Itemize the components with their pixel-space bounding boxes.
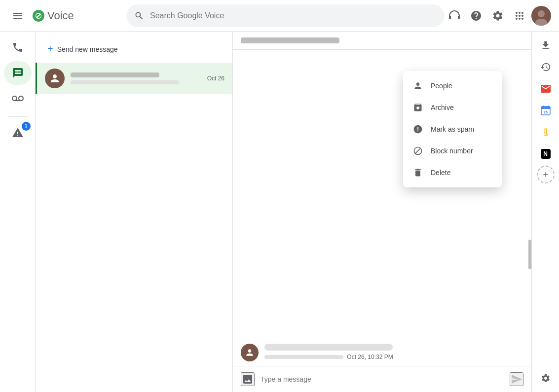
header: Voice	[0, 0, 559, 32]
conversation-item[interactable]: Oct 26	[36, 63, 232, 94]
menu-label-archive: Archive	[431, 104, 454, 111]
menu-label-block: Block number	[431, 147, 473, 155]
sidebar-item-calls[interactable]	[4, 36, 32, 59]
avatar	[531, 6, 551, 26]
hamburger-button[interactable]	[8, 6, 28, 26]
apps-button[interactable]	[510, 6, 529, 26]
search-bar	[126, 4, 445, 27]
sidebar-item-spam[interactable]: 1	[4, 121, 32, 144]
voice-logo: Voice	[32, 9, 74, 23]
delete-icon	[413, 168, 423, 178]
person-icon	[413, 81, 423, 91]
chat-panel: Oct 26, 10:32 PM	[233, 32, 531, 392]
conversation-avatar	[45, 69, 65, 88]
image-button[interactable]	[241, 372, 255, 386]
spam-badge: 1	[22, 122, 31, 131]
conversation-preview	[71, 80, 179, 84]
menu-item-spam[interactable]: Mark as spam	[403, 118, 502, 140]
archive-icon	[413, 103, 423, 112]
scrollbar-track	[527, 50, 531, 366]
search-input[interactable]	[150, 11, 437, 20]
main-content: 1 + Send new message Oct 26	[0, 32, 559, 392]
report-icon	[413, 124, 423, 134]
message-content: Oct 26, 10:32 PM	[264, 344, 523, 360]
message-bubble	[264, 344, 393, 351]
header-left: Voice	[8, 6, 126, 26]
user-avatar-button[interactable]	[531, 6, 551, 26]
svg-point-1	[538, 10, 545, 17]
conversation-time: Oct 26	[207, 75, 224, 82]
menu-label-delete: Delete	[431, 169, 450, 177]
header-right	[445, 6, 551, 26]
menu-label-spam: Mark as spam	[431, 125, 474, 133]
menu-label-people: People	[431, 82, 452, 90]
chat-header	[233, 32, 531, 50]
conversation-name	[71, 72, 159, 77]
help-button[interactable]	[466, 6, 486, 26]
message-avatar	[241, 344, 259, 361]
menu-item-people[interactable]: People	[403, 75, 502, 97]
messages-list-panel: + Send new message Oct 26	[36, 32, 233, 392]
conversation-info	[71, 72, 203, 84]
message-timestamp: Oct 26, 10:32 PM	[347, 354, 393, 360]
calendar-button[interactable]: 26	[536, 101, 556, 120]
message-meta-text	[264, 355, 343, 359]
right-panel-bottom	[536, 368, 556, 392]
app-title: Voice	[47, 9, 74, 22]
notion-icon: N	[541, 149, 551, 159]
chat-input-area	[233, 366, 531, 392]
settings-button[interactable]	[488, 6, 508, 26]
message-group: Oct 26, 10:32 PM	[241, 344, 523, 361]
download-button[interactable]	[536, 36, 556, 55]
right-panel: 26 N	[531, 32, 559, 392]
svg-rect-5	[541, 108, 550, 109]
menu-item-block[interactable]: Block number	[403, 140, 502, 162]
panel-settings-button[interactable]	[536, 368, 556, 388]
sidebar-item-messages[interactable]	[4, 61, 32, 85]
add-app-button[interactable]	[537, 166, 555, 183]
sidebar-item-voicemail[interactable]	[4, 87, 32, 110]
notion-button[interactable]: N	[536, 144, 556, 164]
search-icon	[134, 11, 144, 21]
block-icon	[413, 146, 423, 156]
svg-text:26: 26	[544, 110, 548, 114]
history-button[interactable]	[536, 57, 556, 77]
scrollbar-thumb[interactable]	[528, 240, 531, 269]
new-message-button[interactable]: + Send new message	[43, 39, 122, 59]
headset-button[interactable]	[445, 6, 464, 26]
message-meta: Oct 26, 10:32 PM	[264, 354, 523, 360]
menu-item-delete[interactable]: Delete	[403, 162, 502, 183]
new-message-label: Send new message	[57, 45, 118, 53]
menu-item-archive[interactable]: Archive	[403, 97, 502, 118]
send-button[interactable]	[510, 372, 523, 386]
message-input[interactable]	[261, 375, 504, 383]
sidebar-divider	[8, 116, 28, 117]
gmail-button[interactable]	[536, 79, 556, 99]
keep-button[interactable]	[536, 122, 556, 142]
messages-list-header: + Send new message	[36, 32, 232, 63]
context-menu: People Archive Mark as spam	[403, 71, 502, 187]
chat-contact-name	[241, 37, 339, 43]
sidebar: 1	[0, 32, 36, 392]
plus-icon: +	[47, 43, 53, 55]
